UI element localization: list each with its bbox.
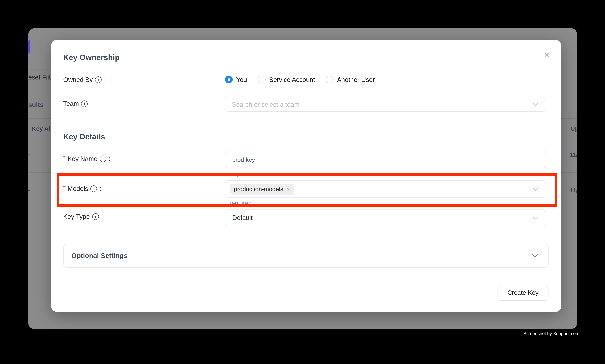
close-icon[interactable]: ✕ xyxy=(541,49,553,61)
key-type-value: Default xyxy=(225,214,252,221)
background-cell-dash: – xyxy=(28,151,30,158)
background-cell-date: 11/ xyxy=(570,187,577,194)
models-label: * Models i : xyxy=(63,185,101,192)
selected-model-tag: production-models ✕ xyxy=(230,184,294,195)
create-key-button[interactable]: Create Key xyxy=(498,285,548,300)
create-key-modal: Key Ownership ✕ Owned By i : You Service… xyxy=(51,40,561,312)
owned-by-label: Owned By i : xyxy=(63,76,106,83)
optional-settings-title: Optional Settings xyxy=(71,252,128,260)
info-icon[interactable]: i xyxy=(81,101,88,107)
radio-label: Another User xyxy=(337,76,375,83)
background-reset-filters-fragment: eset Filt xyxy=(28,74,51,81)
required-asterisk: * xyxy=(63,184,65,192)
models-select[interactable]: production-models ✕ xyxy=(225,180,546,198)
owned-by-radio-group: You Service Account Another User xyxy=(225,76,375,83)
background-primary-button-edge xyxy=(28,40,30,53)
key-type-select[interactable]: Default xyxy=(225,209,546,226)
chevron-down-icon xyxy=(533,101,538,108)
models-required-message: required xyxy=(230,200,252,207)
radio-option-service-account[interactable]: Service Account xyxy=(258,76,315,83)
key-name-required-message: required xyxy=(230,171,252,178)
team-label: Team i : xyxy=(63,100,92,107)
label-colon: : xyxy=(100,185,101,192)
radio-option-another-user[interactable]: Another User xyxy=(326,76,375,83)
team-select[interactable]: Search or select a team xyxy=(225,97,546,112)
key-name-input[interactable]: prod-key xyxy=(225,151,546,168)
chevron-down-icon xyxy=(533,214,538,221)
radio-option-you[interactable]: You xyxy=(225,76,247,83)
optional-settings-toggle[interactable]: Optional Settings xyxy=(63,244,549,268)
background-cell-dash: – xyxy=(28,186,30,194)
label-colon: : xyxy=(90,100,92,107)
key-name-value: prod-key xyxy=(225,156,255,163)
key-name-label: * Key Name i : xyxy=(63,155,110,163)
info-icon[interactable]: i xyxy=(90,185,97,192)
remove-tag-icon[interactable]: ✕ xyxy=(286,186,290,192)
xnapper-watermark: Screenshot by Xnapper.com xyxy=(523,331,579,336)
chevron-down-icon xyxy=(532,252,538,260)
label-colon: : xyxy=(109,155,111,163)
screenshot-stage: eset Filt sults Key Alia Up – 11/ – 11/ … xyxy=(0,0,605,364)
label-colon: : xyxy=(104,76,106,83)
models-label-text: Models xyxy=(67,185,88,192)
radio-label: Service Account xyxy=(269,76,315,83)
radio-selected-icon[interactable] xyxy=(225,76,233,83)
background-results-count-fragment: sults xyxy=(28,101,44,109)
team-label-text: Team xyxy=(63,100,79,107)
background-cell-date: 11/ xyxy=(570,151,577,158)
key-type-label: Key Type i : xyxy=(63,213,103,220)
required-asterisk: * xyxy=(63,155,65,162)
owned-by-label-text: Owned By xyxy=(63,76,93,83)
radio-unselected-icon[interactable] xyxy=(258,76,266,83)
key-type-label-text: Key Type xyxy=(63,213,90,220)
team-select-placeholder: Search or select a team xyxy=(225,101,299,108)
key-name-label-text: Key Name xyxy=(67,155,97,163)
background-column-updated: Up xyxy=(570,125,577,132)
radio-label: You xyxy=(236,76,247,83)
chevron-down-icon xyxy=(533,185,538,193)
info-icon[interactable]: i xyxy=(100,156,106,162)
section-title-key-details: Key Details xyxy=(63,132,105,141)
modal-title-key-ownership: Key Ownership xyxy=(63,53,120,62)
info-icon[interactable]: i xyxy=(92,213,99,220)
label-colon: : xyxy=(101,213,103,220)
info-icon[interactable]: i xyxy=(95,77,102,83)
model-tag-text: production-models xyxy=(234,185,283,193)
radio-unselected-icon[interactable] xyxy=(326,76,334,83)
